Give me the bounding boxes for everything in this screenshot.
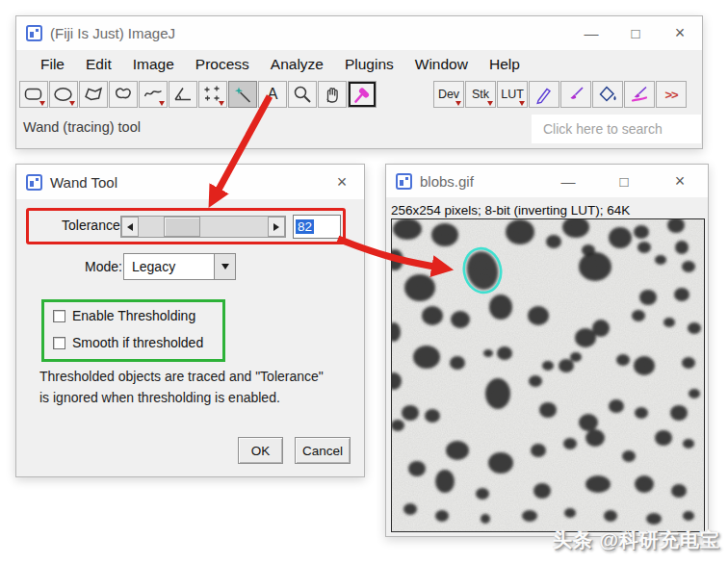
- color-picker-icon: [351, 84, 373, 105]
- mode-label: Mode:: [65, 259, 122, 274]
- toolbar-spacer: [377, 94, 433, 95]
- wand-icon: [232, 84, 253, 105]
- hand-icon: [322, 84, 343, 105]
- dropdown-triangle-icon: [519, 101, 525, 106]
- fiji-app-icon: [26, 174, 42, 191]
- fiji-app-icon: [26, 25, 42, 41]
- oval-tool-button[interactable]: [49, 81, 78, 108]
- brush-tool-button[interactable]: [624, 81, 655, 108]
- main-window-title: (Fiji Is Just) ImageJ: [50, 25, 175, 41]
- imagej-main-window: (Fiji Is Just) ImageJ — □ × File Edit Im…: [15, 15, 703, 149]
- dialog-titlebar[interactable]: Wand Tool ×: [16, 165, 364, 199]
- pencil-tool-button[interactable]: [529, 81, 559, 108]
- wand-tool-button[interactable]: [228, 81, 257, 108]
- dialog-title: Wand Tool: [50, 174, 117, 191]
- freehand-icon: [113, 84, 134, 105]
- text-tool-icon: A: [268, 86, 278, 103]
- polygon-tool-button[interactable]: [79, 81, 108, 108]
- mode-select[interactable]: Legacy: [123, 253, 236, 280]
- screenshot-stage: (Fiji Is Just) ImageJ — □ × File Edit Im…: [0, 0, 728, 564]
- point-tool-button[interactable]: [198, 81, 227, 108]
- lut-tools-icon: LUT: [501, 88, 524, 101]
- menu-file[interactable]: File: [30, 53, 75, 76]
- status-bar: Wand (tracing) tool Click here to search: [16, 111, 702, 147]
- info-line-1: Thresholded objects are traced and "Tole…: [39, 366, 324, 387]
- dev-tools-button[interactable]: Dev: [433, 81, 464, 108]
- chevron-down-icon: [221, 264, 229, 269]
- angle-tool-button[interactable]: [169, 81, 197, 108]
- menu-help[interactable]: Help: [479, 53, 531, 76]
- lut-tools-button[interactable]: LUT: [497, 81, 528, 108]
- ok-button[interactable]: OK: [238, 437, 283, 464]
- brush-icon: [629, 84, 650, 105]
- info-line-2: is ignored when thresholding is enabled.: [39, 387, 324, 408]
- dev-tools-icon: Dev: [438, 88, 459, 101]
- fiji-app-icon: [396, 173, 412, 190]
- polygon-icon: [83, 84, 104, 105]
- tool-bar: A Dev Stk LUT: [16, 78, 702, 111]
- close-icon[interactable]: ×: [652, 165, 708, 197]
- search-input[interactable]: Click here to search: [532, 115, 701, 143]
- minimize-icon[interactable]: —: [540, 165, 596, 197]
- pencil-icon: [533, 84, 555, 105]
- hand-tool-button[interactable]: [318, 81, 347, 108]
- maximize-icon[interactable]: □: [596, 165, 652, 197]
- image-canvas[interactable]: [391, 218, 705, 532]
- zoom-tool-button[interactable]: [288, 81, 317, 108]
- blobs-titlebar[interactable]: blobs.gif — □ ×: [386, 165, 708, 197]
- menu-analyze[interactable]: Analyze: [260, 53, 334, 76]
- thresholding-highlight-box: [41, 299, 225, 362]
- minimize-icon[interactable]: —: [569, 16, 613, 50]
- menu-edit[interactable]: Edit: [75, 53, 122, 76]
- mode-value: Legacy: [124, 259, 214, 274]
- main-titlebar[interactable]: (Fiji Is Just) ImageJ — □ ×: [16, 16, 702, 50]
- menu-window[interactable]: Window: [404, 53, 479, 76]
- flood-fill-icon: [597, 84, 618, 105]
- maximize-icon[interactable]: □: [613, 16, 658, 50]
- text-tool-button[interactable]: A: [258, 81, 287, 108]
- close-icon[interactable]: ×: [320, 165, 364, 199]
- paintbrush-icon: [565, 84, 586, 105]
- stacks-tools-icon: Stk: [472, 88, 489, 101]
- dropdown-triangle-icon: [219, 101, 224, 106]
- angle-icon: [172, 84, 194, 105]
- combo-drop-button[interactable]: [214, 254, 235, 279]
- stacks-tools-button[interactable]: Stk: [465, 81, 496, 108]
- menu-image[interactable]: Image: [122, 53, 185, 76]
- dialog-info-text: Thresholded objects are traced and "Tole…: [39, 366, 324, 408]
- magnifier-icon: [292, 84, 313, 105]
- flood-fill-tool-button[interactable]: [592, 81, 623, 108]
- menu-plugins[interactable]: Plugins: [334, 53, 404, 76]
- blobs-image-window: blobs.gif — □ × 256x254 pixels; 8-bit (i…: [385, 164, 709, 537]
- image-info-text: 256x254 pixels; 8-bit (inverting LUT); 6…: [391, 203, 630, 218]
- dropdown-triangle-icon: [69, 101, 75, 106]
- watermark-text: 头条 @科研充电宝: [553, 527, 720, 553]
- freehand-tool-button[interactable]: [109, 81, 138, 108]
- dropdown-triangle-icon: [159, 101, 165, 106]
- line-tool-button[interactable]: [139, 81, 168, 108]
- color-picker-tool-button[interactable]: [348, 81, 377, 108]
- status-text: Wand (tracing) tool: [23, 119, 141, 135]
- blobs-svg: [392, 219, 704, 531]
- more-tools-button[interactable]: >>: [656, 81, 687, 108]
- dropdown-triangle-icon: [39, 101, 45, 106]
- more-tools-icon: >>: [664, 88, 677, 102]
- tolerance-highlight-box: [26, 208, 346, 244]
- close-icon[interactable]: ×: [658, 16, 702, 50]
- blobs-window-title: blobs.gif: [420, 173, 474, 190]
- cancel-button[interactable]: Cancel: [295, 437, 351, 464]
- paintbrush-tool-button[interactable]: [560, 81, 591, 108]
- dropdown-triangle-icon: [455, 101, 461, 106]
- rectangle-tool-button[interactable]: [19, 81, 48, 108]
- dropdown-triangle-icon: [487, 101, 493, 106]
- menu-process[interactable]: Process: [185, 53, 260, 76]
- menu-bar: File Edit Image Process Analyze Plugins …: [16, 50, 702, 78]
